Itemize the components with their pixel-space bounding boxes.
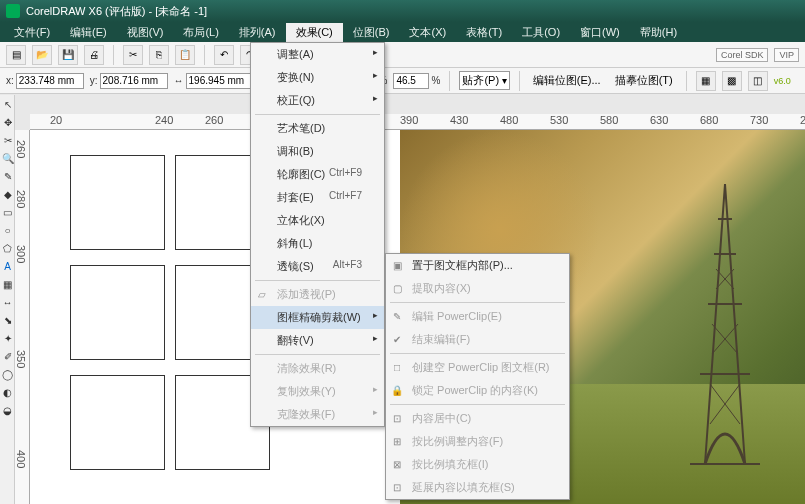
print-icon[interactable]: 🖨: [84, 45, 104, 65]
powerclip-submenu: 置于图文框内部(P)...▣提取内容(X)▢编辑 PowerClip(E)✎结束…: [385, 253, 570, 500]
table-tool-icon[interactable]: ▦: [0, 275, 15, 293]
separator: [204, 45, 205, 65]
menu-item[interactable]: 文件(F): [4, 23, 60, 42]
edit-bitmap-button[interactable]: 编辑位图(E)...: [529, 73, 605, 88]
shortcut-label: Alt+F3: [333, 259, 362, 270]
menu-item[interactable]: 视图(V): [117, 23, 174, 42]
vip-badge[interactable]: VIP: [774, 48, 799, 62]
copy-icon[interactable]: ⎘: [149, 45, 169, 65]
trace-bitmap-button[interactable]: 描摹位图(T): [611, 73, 677, 88]
submenu-arrow-icon: ▸: [373, 310, 378, 320]
menu-item[interactable]: 调整(A)▸: [251, 43, 384, 66]
menu-item[interactable]: 文本(X): [399, 23, 456, 42]
freehand-tool-icon[interactable]: ✎: [0, 167, 15, 185]
width-input[interactable]: [186, 73, 254, 89]
pick-tool-icon[interactable]: ↖: [0, 95, 15, 113]
menu-item[interactable]: 表格(T): [456, 23, 512, 42]
paste-icon[interactable]: 📋: [175, 45, 195, 65]
menu-item[interactable]: 置于图文框内部(P)...▣: [386, 254, 569, 277]
menu-item[interactable]: 封套(E)Ctrl+F7: [251, 186, 384, 209]
menu-item[interactable]: 窗口(W): [570, 23, 630, 42]
scale-y-field[interactable]: %: [393, 73, 440, 89]
menu-item-icon: ⊡: [390, 411, 404, 425]
rectangle-tool-icon[interactable]: ▭: [0, 203, 15, 221]
menu-item[interactable]: 工具(O): [512, 23, 570, 42]
zoom-tool-icon[interactable]: 🔍: [0, 149, 15, 167]
separator: [686, 71, 687, 91]
eiffel-tower-graphic: [670, 174, 780, 474]
sdk-badge[interactable]: Corel SDK: [716, 48, 769, 62]
version-label: v6.0: [774, 76, 791, 86]
menu-item[interactable]: 位图(B): [343, 23, 400, 42]
save-icon[interactable]: 💾: [58, 45, 78, 65]
menu-item-icon: ⊞: [390, 434, 404, 448]
outline-tool-icon[interactable]: ◯: [0, 365, 15, 383]
open-icon[interactable]: 📂: [32, 45, 52, 65]
menu-item-icon: ✔: [390, 332, 404, 346]
property-bar: x: y: ↔ ↕ % % 贴齐(P) ▾ 编辑位图(E)... 描摹位图(T)…: [0, 68, 805, 94]
tool-icon[interactable]: ◫: [748, 71, 768, 91]
x-position-field[interactable]: x:: [6, 73, 84, 89]
scale-y-input[interactable]: [393, 73, 429, 89]
width-field[interactable]: ↔: [174, 73, 254, 89]
shortcut-label: Ctrl+F7: [329, 190, 362, 201]
x-input[interactable]: [16, 73, 84, 89]
fill-tool-icon[interactable]: ◐: [0, 383, 15, 401]
title-bar: CorelDRAW X6 (评估版) - [未命名 -1]: [0, 0, 805, 22]
menu-item[interactable]: 帮助(H): [630, 23, 687, 42]
menu-item[interactable]: 轮廓图(C)Ctrl+F9: [251, 163, 384, 186]
crop-tool-icon[interactable]: ✂: [0, 131, 15, 149]
menu-item-icon: 🔒: [390, 383, 404, 397]
effects-tool-icon[interactable]: ✦: [0, 329, 15, 347]
rectangle-object[interactable]: [70, 155, 165, 250]
menu-item[interactable]: 斜角(L): [251, 232, 384, 255]
menu-item[interactable]: 校正(Q)▸: [251, 89, 384, 112]
polygon-tool-icon[interactable]: ⬠: [0, 239, 15, 257]
toolbox: ↖ ✥ ✂ 🔍 ✎ ◆ ▭ ○ ⬠ A ▦ ↔ ⬊ ✦ ✐ ◯ ◐ ◒: [0, 95, 15, 504]
horizontal-ruler: 20240260280390430480530580630680730280: [30, 114, 805, 130]
shortcut-label: Ctrl+F9: [329, 167, 362, 178]
rectangle-object[interactable]: [70, 375, 165, 470]
menu-item[interactable]: 编辑(E): [60, 23, 117, 42]
menu-item[interactable]: 艺术笔(D): [251, 117, 384, 140]
menu-item[interactable]: 立体化(X): [251, 209, 384, 232]
submenu-arrow-icon: ▸: [373, 384, 378, 394]
smart-fill-icon[interactable]: ◆: [0, 185, 15, 203]
shape-tool-icon[interactable]: ✥: [0, 113, 15, 131]
cut-icon[interactable]: ✂: [123, 45, 143, 65]
text-tool-icon[interactable]: A: [0, 257, 15, 275]
submenu-arrow-icon: ▸: [373, 70, 378, 80]
eyedropper-tool-icon[interactable]: ✐: [0, 347, 15, 365]
menu-item[interactable]: 翻转(V)▸: [251, 329, 384, 352]
app-logo-icon: [6, 4, 20, 18]
snap-dropdown[interactable]: 贴齐(P) ▾: [459, 71, 509, 90]
interactive-fill-icon[interactable]: ◒: [0, 401, 15, 419]
y-input[interactable]: [100, 73, 168, 89]
new-icon[interactable]: ▤: [6, 45, 26, 65]
separator: [449, 71, 450, 91]
undo-icon[interactable]: ↶: [214, 45, 234, 65]
tool-icon[interactable]: ▩: [722, 71, 742, 91]
menu-item[interactable]: 调和(B): [251, 140, 384, 163]
connector-tool-icon[interactable]: ⬊: [0, 311, 15, 329]
menu-item[interactable]: 布局(L): [173, 23, 228, 42]
menu-item[interactable]: 排列(A): [229, 23, 286, 42]
menu-item[interactable]: 效果(C): [286, 23, 343, 42]
submenu-arrow-icon: ▸: [373, 93, 378, 103]
menu-item: 延展内容以填充框(S)⊡: [386, 476, 569, 499]
menu-item[interactable]: 图框精确剪裁(W)▸: [251, 306, 384, 329]
ellipse-tool-icon[interactable]: ○: [0, 221, 15, 239]
y-position-field[interactable]: y:: [90, 73, 168, 89]
dimension-tool-icon[interactable]: ↔: [0, 293, 15, 311]
menu-item[interactable]: 透镜(S)Alt+F3: [251, 255, 384, 278]
vertical-ruler: 260280300350400: [15, 130, 30, 504]
pct-label: %: [431, 75, 440, 86]
menu-item: 结束编辑(F)✔: [386, 328, 569, 351]
tool-icon[interactable]: ▦: [696, 71, 716, 91]
standard-toolbar: ▤ 📂 💾 🖨 ✂ ⎘ 📋 ↶ ↷ ⇲ ⇱ Corel SDK VIP: [0, 42, 805, 68]
rectangle-object[interactable]: [70, 265, 165, 360]
menu-bar: 文件(F)编辑(E)视图(V)布局(L)排列(A)效果(C)位图(B)文本(X)…: [0, 22, 805, 42]
menu-item[interactable]: 变换(N)▸: [251, 66, 384, 89]
menu-item: 创建空 PowerClip 图文框(R)□: [386, 356, 569, 379]
effects-menu-dropdown: 调整(A)▸变换(N)▸校正(Q)▸艺术笔(D)调和(B)轮廓图(C)Ctrl+…: [250, 42, 385, 427]
